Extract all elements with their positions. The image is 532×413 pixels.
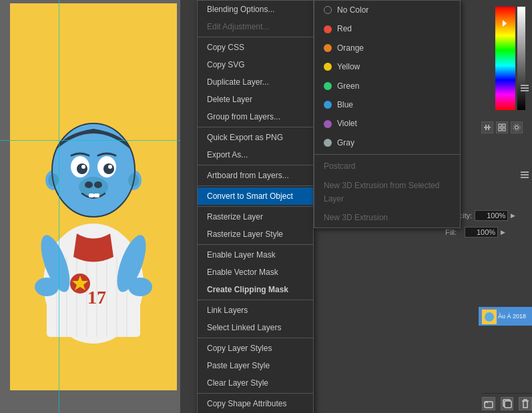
layer-thumbnail: [481, 309, 496, 324]
menu-item-copy-css[interactable]: Copy CSS: [198, 39, 313, 56]
svg-point-24: [108, 165, 112, 169]
menu-item-group-from-layers[interactable]: Group from Layers...: [198, 108, 313, 125]
red-dot: [324, 25, 332, 33]
gray-dot: [324, 139, 332, 147]
layer-item-selected[interactable]: Âu Á 2018: [479, 307, 532, 326]
settings-btn[interactable]: [511, 121, 523, 133]
menu-item-quick-export[interactable]: Quick Export as PNG: [198, 129, 313, 146]
layer-name: Âu Á 2018: [498, 313, 526, 320]
orange-label: Orange: [337, 41, 364, 55]
menu-item-edit-adjustment: Edit Adjustment...: [198, 18, 313, 35]
menu-item-copy-shape-attributes[interactable]: Copy Shape Attributes: [198, 395, 313, 412]
menu-divider-6: [198, 244, 313, 245]
menu-item-delete-layer[interactable]: Delete Layer: [198, 91, 313, 108]
context-menu: Blending Options... Edit Adjustment... C…: [197, 0, 314, 413]
svg-point-45: [485, 312, 494, 322]
blue-label: Blue: [337, 98, 353, 111]
menu-item-export-as[interactable]: Export As...: [198, 146, 313, 163]
svg-point-27: [94, 181, 102, 188]
svg-point-32: [35, 278, 59, 296]
submenu-item-new-3d-extrusion-selected: New 3D Extrusion from Selected Layer: [314, 176, 460, 209]
submenu-item-red[interactable]: Red: [314, 19, 460, 38]
svg-rect-35: [484, 127, 491, 128]
menu-item-create-clipping-mask[interactable]: Create Clipping Mask: [198, 281, 313, 298]
fill-input[interactable]: [465, 227, 498, 238]
yellow-dot: [324, 63, 332, 71]
submenu-divider-1: [314, 154, 460, 155]
submenu-item-violet[interactable]: Violet: [314, 114, 460, 133]
menu-item-blending-options[interactable]: Blending Options...: [198, 1, 313, 18]
menu-item-convert-smart-object[interactable]: Convert to Smart Object: [198, 187, 313, 205]
submenu-item-green[interactable]: Green: [314, 77, 460, 95]
submenu-item-blue[interactable]: Blue: [314, 95, 460, 114]
violet-label: Violet: [337, 117, 357, 130]
color-picker-area[interactable]: [492, 3, 529, 117]
menu-item-select-linked-layers[interactable]: Select Linked Layers: [198, 319, 313, 336]
svg-point-21: [77, 163, 87, 174]
new-3d-extrusion-selected-label: New 3D Extrusion from Selected Layer: [324, 179, 451, 206]
menu-divider-3: [198, 165, 313, 165]
gray-label: Gray: [337, 136, 354, 149]
color-black-white[interactable]: [517, 7, 525, 110]
svg-rect-40: [499, 128, 501, 131]
canvas-area: 17: [0, 0, 180, 413]
layers-panel-menu-icon[interactable]: [519, 170, 530, 179]
svg-point-33: [128, 278, 152, 296]
svg-rect-28: [89, 193, 94, 197]
no-color-label: No Color: [337, 3, 368, 17]
adjust-layers-btn[interactable]: [481, 121, 493, 133]
svg-rect-38: [499, 124, 501, 127]
menu-item-enable-vector-mask[interactable]: Enable Vector Mask: [198, 264, 313, 281]
submenu-item-no-color[interactable]: No Color: [314, 1, 460, 19]
menu-item-copy-layer-styles[interactable]: Copy Layer Styles: [198, 340, 313, 357]
new-group-btn[interactable]: [482, 397, 495, 410]
menu-item-rasterize-layer[interactable]: Rasterize Layer: [198, 208, 313, 226]
svg-point-22: [103, 163, 114, 174]
opacity-expand-icon[interactable]: ▶: [511, 212, 515, 219]
opacity-input[interactable]: [475, 210, 508, 221]
menu-item-rasterize-layer-style[interactable]: Rasterize Layer Style: [198, 226, 313, 243]
svg-text:17: 17: [87, 287, 106, 308]
svg-point-26: [85, 181, 93, 188]
menu-item-clear-layer-style[interactable]: Clear Layer Style: [198, 374, 313, 392]
submenu-item-gray[interactable]: Gray: [314, 133, 460, 152]
menu-divider-9: [198, 393, 313, 394]
expand-btn[interactable]: [496, 121, 508, 133]
submenu-label-color: No Color Red Orange Yellow Green Blue Vi…: [314, 0, 461, 228]
postcard-label: Postcard: [324, 159, 355, 173]
blue-dot: [324, 101, 332, 109]
menu-item-paste-layer-style[interactable]: Paste Layer Style: [198, 357, 313, 374]
canvas-image: 17: [10, 3, 177, 390]
yellow-label: Yellow: [337, 60, 360, 73]
submenu-item-orange[interactable]: Orange: [314, 39, 460, 57]
panel-menu-icon[interactable]: [519, 83, 530, 93]
svg-rect-39: [503, 124, 505, 127]
svg-rect-37: [488, 125, 489, 130]
green-dot: [324, 82, 332, 90]
violet-dot: [324, 120, 332, 128]
menu-item-enable-layer-mask[interactable]: Enable Layer Mask: [198, 246, 313, 264]
menu-item-artboard-from-layers[interactable]: Artboard from Layers...: [198, 167, 313, 184]
no-color-dot: [324, 6, 332, 14]
svg-rect-29: [94, 193, 99, 197]
menu-divider-5: [198, 206, 313, 207]
svg-rect-36: [485, 125, 487, 130]
new-layer-btn[interactable]: [501, 397, 514, 410]
menu-divider-7: [198, 300, 313, 300]
svg-point-42: [515, 125, 519, 129]
menu-item-link-layers[interactable]: Link Layers: [198, 302, 313, 319]
orange-dot: [324, 44, 332, 52]
menu-divider-4: [198, 185, 313, 186]
delete-layer-btn[interactable]: [519, 397, 532, 410]
new-3d-extrusion-label: New 3D Extrusion: [324, 211, 388, 224]
svg-point-43: [513, 124, 520, 131]
submenu-item-yellow[interactable]: Yellow: [314, 57, 460, 76]
menu-item-copy-svg[interactable]: Copy SVG: [198, 56, 313, 73]
red-label: Red: [337, 22, 352, 35]
submenu-item-new-3d-extrusion: New 3D Extrusion: [314, 208, 460, 227]
fill-label: Fill:: [445, 228, 457, 236]
svg-rect-48: [505, 401, 511, 408]
menu-divider-1: [198, 37, 313, 37]
menu-item-duplicate-layer[interactable]: Duplicate Layer...: [198, 73, 313, 91]
fill-expand-icon[interactable]: ▶: [501, 229, 505, 236]
